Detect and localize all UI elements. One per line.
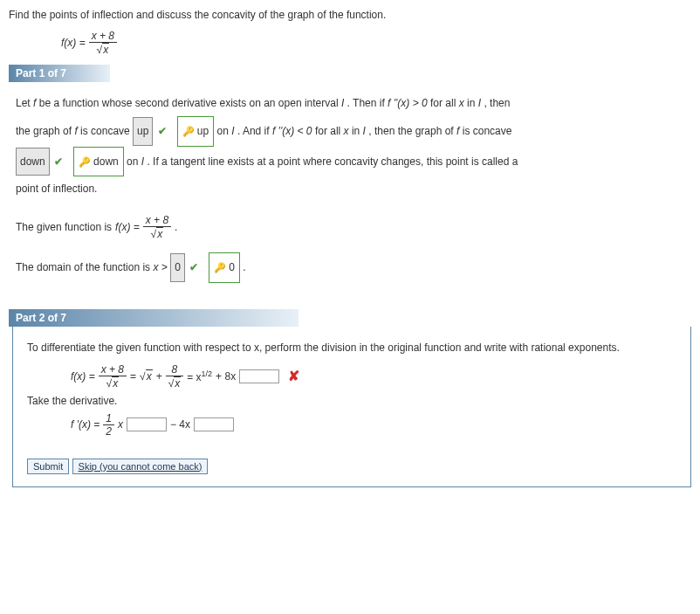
half-fraction: 1 2 [103,412,114,438]
part2-header: Part 2 of 7 [9,309,299,327]
p1-text: point of inflection. [16,183,97,195]
sqrt-x: x [140,369,153,383]
key-icon: 🔑 [79,150,91,173]
answer-box-domain: 0 [170,253,185,282]
x-letter: x [118,418,123,431]
part1-header: Part 1 of 7 [9,65,110,82]
take-derivative-label: Take the derivative. [27,395,676,407]
exp-input-1[interactable] [239,369,279,383]
fx-label: f(x) = [115,221,140,233]
p1-text: is concave [463,124,512,136]
exp-input-3[interactable] [194,417,234,431]
p1-text: . If a tangent line exists at a point wh… [147,155,518,167]
p1-text: . And if [237,124,272,136]
numerator: x + 8 [99,363,127,376]
plus: + [156,370,162,383]
key-icon: 🔑 [182,120,195,142]
denominator: x [99,376,127,390]
p1-text: . Then if [347,97,388,109]
p1-text: is concave [80,124,133,136]
prompt-text: Find the points of inflection and discus… [9,9,691,21]
x-icon: ✘ [288,368,299,384]
p2-instr: To differentiate the given function with… [27,339,676,358]
p1-cond2: f ''(x) < 0 [272,124,312,136]
numerator: x + 8 [89,30,117,43]
key-answer-up: 🔑up [177,116,214,147]
p1-text: for all [315,124,344,136]
p1-text: in [352,124,363,136]
p1-text: , then [484,97,510,109]
domain-label: The domain of the function is [16,261,153,273]
plus-8x: + 8x [216,370,236,383]
key-answer-domain: 🔑0 [209,252,240,283]
part1-content: Let f be a function whose second derivat… [9,82,691,292]
fraction: x + 8 x [143,214,171,240]
key-icon: 🔑 [214,256,226,279]
period: . [243,261,245,273]
answer-box-up: up [133,117,153,146]
checkmark-icon: ✔ [158,119,167,144]
exp-input-2[interactable] [127,417,167,431]
fprime-label: f '(x) = [71,418,100,431]
skip-button[interactable]: Skip (you cannot come back) [72,459,209,474]
denominator: x [166,376,184,390]
p1-cond1: f ''(x) > 0 [388,97,428,109]
fx-label: f(x) = [71,370,95,383]
equals-x: = x1/2 [187,369,212,383]
fraction: x + 8 x [89,30,117,56]
period: . [175,221,177,233]
numerator: 8 [166,363,184,376]
p1-text: on [217,124,232,136]
submit-button[interactable]: Submit [27,459,69,474]
fx-label: f(x) = [61,37,86,49]
equals: = [130,370,136,383]
fraction: 8 x [166,363,184,390]
checkmark-icon: ✔ [54,149,63,175]
minus-4x: − 4x [170,418,190,431]
key-answer-down: 🔑down [73,147,124,177]
denominator: x [89,43,117,56]
denominator: 2 [103,425,114,438]
numerator: 1 [103,412,114,425]
p1-text: Let [16,97,33,109]
p1-text: for all [430,97,459,109]
denominator: x [143,227,171,240]
p1-text: , then the graph of [368,124,456,136]
domain-var: x > [153,261,170,273]
part2-content: To differentiate the given function with… [12,327,691,487]
numerator: x + 8 [143,214,171,227]
checkmark-icon: ✔ [189,255,198,280]
p1-text: in [467,97,478,109]
given-label: The given function is [16,221,112,233]
p1-text: on [127,155,141,167]
p1-text: be a function whose second derivative ex… [39,97,341,109]
answer-box-down: down [16,148,50,176]
fraction: x + 8 x [99,363,127,390]
p1-text: the graph of [16,124,74,136]
question-prompt: Find the points of inflection and discus… [9,9,691,56]
